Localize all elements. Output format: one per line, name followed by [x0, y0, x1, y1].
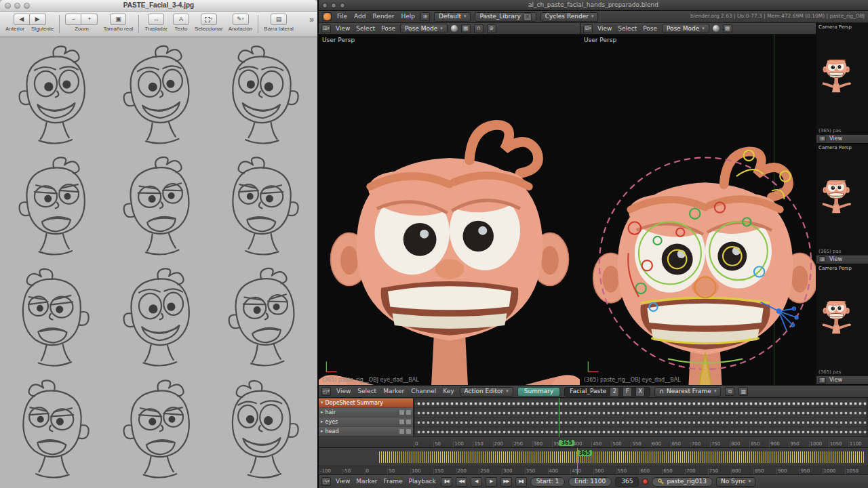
zoom-window-button[interactable] — [340, 3, 345, 8]
viewport-shading-icon[interactable] — [451, 25, 458, 32]
scene-selector[interactable]: Paste_Library× — [475, 12, 536, 22]
summary-toggle[interactable]: Summary — [517, 387, 561, 396]
next-keyframe-button[interactable]: ▶▶ — [500, 477, 512, 487]
viewport-left-canvas[interactable]: User Persp (365) paste_rig__OBJ eye_dad_… — [319, 35, 580, 385]
menu-item[interactable]: View — [334, 25, 351, 32]
keyframe-area[interactable] — [414, 398, 868, 437]
menu-item[interactable]: View — [335, 388, 352, 394]
editor-type-icon[interactable]: ◷▾ — [321, 477, 331, 486]
blender-titlebar[interactable]: al_ch_paste_facial_hands_preparado.blend — [319, 0, 868, 11]
menu-item[interactable]: Select — [616, 25, 638, 32]
jump-to-start-button[interactable]: ▮◀ — [441, 477, 452, 487]
end-frame-field[interactable]: End: 1100 — [568, 477, 612, 487]
menu-item[interactable]: View — [828, 136, 844, 142]
menu-item[interactable]: View — [596, 25, 613, 32]
start-frame-field[interactable]: Start: 1 — [530, 477, 566, 487]
screen-browse-icon[interactable]: ⊞ — [420, 12, 430, 21]
current-frame-badge[interactable]: 365 — [577, 450, 593, 456]
menu-item[interactable]: Help — [400, 13, 417, 20]
snap-mode-selector[interactable]: ∩Nearest Frame▾ — [654, 387, 721, 396]
select-tool-button[interactable]: ▾ — [201, 14, 217, 25]
sketch-sheet[interactable] — [0, 37, 317, 488]
zoom-in-button[interactable]: + — [81, 14, 98, 25]
sync-mode-selector[interactable]: No Sync▾ — [716, 477, 755, 487]
menu-item[interactable]: File — [336, 13, 349, 20]
editor-type-icon[interactable]: ◴▾ — [321, 387, 331, 396]
timeline-ruler[interactable]: -100-50050100150200250300350400450500550… — [319, 466, 868, 474]
camera-viewport-3[interactable]: Camera Persp (365) pas ⊞ View — [816, 264, 868, 385]
menu-item[interactable]: Add — [353, 13, 367, 20]
minimize-button[interactable] — [14, 3, 20, 9]
hand-bones-overlay[interactable] — [755, 283, 812, 340]
expand-arrow-icon[interactable]: ▸ — [321, 409, 323, 415]
viewport-right-canvas[interactable]: User Persp (365) paste_rig__OBJ eye_dad_… — [580, 35, 816, 385]
editor-type-icon[interactable]: ⊞ — [818, 136, 826, 142]
copy-keyframes-icon[interactable]: ⧉ — [725, 387, 734, 396]
play-button[interactable]: ▶ — [486, 477, 497, 487]
menu-item[interactable]: Channel — [410, 388, 437, 394]
mute-icon[interactable] — [399, 420, 404, 424]
keying-set-field[interactable]: paste_rig013 — [652, 477, 713, 487]
fake-user-button[interactable]: F — [623, 387, 632, 396]
menu-item[interactable]: Select — [355, 25, 376, 32]
expand-arrow-icon[interactable]: ▾ — [321, 400, 323, 405]
lock-icon[interactable] — [406, 429, 411, 434]
mute-icon[interactable] — [399, 410, 404, 415]
timeline-keyframe-strip[interactable] — [379, 451, 865, 463]
preview-titlebar[interactable]: PASTE_Facial_3-4.jpg — [0, 0, 317, 12]
menu-item[interactable]: Key — [441, 388, 455, 394]
mode-selector[interactable]: Pose Mode▾ — [400, 24, 448, 33]
lock-icon[interactable] — [406, 420, 411, 424]
dopesheet-mode-selector[interactable]: Action Editor▾ — [460, 387, 513, 396]
actual-size-button[interactable]: ▣ — [110, 14, 126, 25]
editor-type-icon[interactable]: ⊞ — [818, 377, 826, 384]
auto-keyframe-record-button[interactable] — [642, 479, 648, 485]
current-frame-badge[interactable]: 365 — [559, 440, 574, 446]
character-model[interactable] — [319, 114, 580, 385]
zoom-window-button[interactable] — [24, 3, 30, 9]
previous-button[interactable]: ◀ — [14, 14, 30, 25]
sidebar-toggle-button[interactable]: ▤ — [271, 14, 287, 25]
move-tool-button[interactable]: ↔ — [148, 14, 164, 25]
keyframe-row-head[interactable] — [415, 427, 867, 436]
toolbar-overflow-chevron[interactable]: » — [309, 16, 314, 25]
layers-icon[interactable]: ▦ — [461, 24, 471, 33]
channel-row-head[interactable]: ▸ head — [319, 427, 413, 436]
expand-arrow-icon[interactable]: ▸ — [321, 419, 323, 424]
menu-item[interactable]: View — [828, 256, 844, 262]
zoom-out-button[interactable]: − — [65, 14, 81, 25]
layers-icon[interactable]: ▦ — [723, 24, 732, 33]
channel-row-hair[interactable]: ▸ hair — [319, 408, 413, 417]
editor-type-icon[interactable]: ⊞▾ — [321, 24, 331, 33]
current-frame-field[interactable]: 365 — [615, 477, 639, 487]
snap-magnet-icon[interactable]: ∩ — [474, 24, 484, 33]
character-model-rigged[interactable] — [580, 141, 816, 385]
menu-item[interactable]: Frame — [382, 478, 403, 485]
menu-item[interactable]: Render — [372, 13, 396, 20]
text-tool-button[interactable]: A — [173, 14, 189, 25]
editor-type-icon[interactable]: ⊞ — [818, 256, 826, 263]
menu-item[interactable]: Pose — [642, 25, 658, 32]
viewport-shading-icon[interactable] — [713, 25, 719, 32]
annotate-button[interactable]: ✎▾ — [233, 14, 249, 25]
menu-item[interactable]: Marker — [382, 388, 406, 394]
keyframe-row-hair[interactable] — [415, 408, 867, 417]
paste-keyframes-icon[interactable]: ▦ — [738, 387, 748, 396]
close-button[interactable] — [5, 3, 11, 9]
expand-arrow-icon[interactable]: ▸ — [321, 428, 323, 434]
editor-type-icon[interactable] — [322, 12, 332, 21]
current-frame-playhead[interactable] — [559, 398, 559, 437]
unlink-button[interactable]: X — [635, 387, 645, 396]
play-reverse-button[interactable]: ◀ — [471, 477, 482, 487]
mode-selector[interactable]: Pose Mode▾ — [662, 24, 709, 33]
minimize-button[interactable] — [331, 3, 336, 8]
menu-item[interactable]: View — [828, 377, 844, 383]
keyframe-row-eyes[interactable] — [415, 418, 867, 426]
users-count-button[interactable]: 2 — [610, 387, 619, 396]
menu-item[interactable]: Marker — [355, 478, 378, 485]
menu-item[interactable]: View — [334, 478, 351, 485]
close-button[interactable] — [322, 3, 328, 8]
manipulator-icon[interactable]: ⊕ — [487, 24, 496, 33]
dopesheet-ruler[interactable]: pose_sonrisa_pequeña_abierta 05010015020… — [319, 436, 868, 447]
mute-icon[interactable] — [399, 429, 404, 434]
